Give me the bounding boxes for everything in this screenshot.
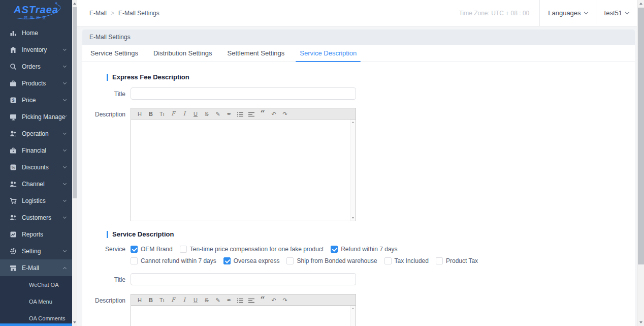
sidebar-item-products[interactable]: Products xyxy=(0,75,72,92)
checkbox-tax-included[interactable]: Tax Included xyxy=(384,257,429,264)
align-left-icon[interactable] xyxy=(246,294,257,306)
unordered-list-icon[interactable] xyxy=(235,294,246,306)
checkbox-checked-icon[interactable] xyxy=(223,257,231,264)
team-icon xyxy=(9,130,17,137)
checkbox-product-tax[interactable]: Product Tax xyxy=(436,257,478,264)
checkbox-unchecked-icon[interactable] xyxy=(384,257,392,264)
sidebar-item-setting[interactable]: Setting xyxy=(0,243,72,259)
bold-icon[interactable]: B xyxy=(145,294,156,306)
redo-icon[interactable]: ↷ xyxy=(279,294,291,306)
checkbox-unchecked-icon[interactable] xyxy=(436,257,443,264)
checkbox-oem-brand[interactable]: OEM Brand xyxy=(131,246,173,253)
chevron-down-icon xyxy=(63,198,67,202)
heading-icon[interactable]: H xyxy=(134,294,145,306)
sidebar-item-channel[interactable]: Channel xyxy=(0,175,72,192)
sidebar-item-discounts[interactable]: % Discounts xyxy=(0,159,72,175)
scroll-up-arrow-icon[interactable] xyxy=(73,3,76,5)
sidebar-item-orders[interactable]: Orders xyxy=(0,58,72,75)
text-height-icon[interactable]: Tı xyxy=(156,108,168,120)
sidebar-item-inventory[interactable]: Inventory xyxy=(0,41,72,58)
sidebar-subitem-wechat-oa[interactable]: WeChat OA xyxy=(0,276,72,293)
unordered-list-icon[interactable] xyxy=(235,108,246,120)
checkbox-unchecked-icon[interactable] xyxy=(131,257,138,264)
checkbox-refund-within-7-days[interactable]: Refund within 7 days xyxy=(331,246,397,253)
section-service-description-heading: Service Description xyxy=(107,230,635,238)
sidebar-item-financial[interactable]: Financial xyxy=(0,142,72,159)
heading-icon[interactable]: H xyxy=(134,108,145,120)
sidebar-item-label: Customers xyxy=(22,214,51,221)
undo-icon[interactable]: ↶ xyxy=(268,294,279,306)
checkbox-unchecked-icon[interactable] xyxy=(286,257,294,264)
scroll-down-arrow-icon[interactable] xyxy=(73,321,76,323)
title-label: Title xyxy=(82,273,125,285)
redo-icon[interactable]: ↷ xyxy=(279,108,291,120)
tab-settlement-settings[interactable]: Settlement Settings xyxy=(223,49,289,62)
languages-dropdown[interactable]: Languages xyxy=(539,0,595,26)
scroll-up-arrow-icon[interactable] xyxy=(352,122,354,123)
scroll-down-arrow-icon[interactable] xyxy=(639,321,642,323)
brush-icon[interactable]: ✒ xyxy=(223,294,235,306)
scroll-down-arrow-icon[interactable] xyxy=(352,217,354,219)
sidebar-item-logistics[interactable]: Logistics xyxy=(0,192,72,209)
sidebar-item-price[interactable]: $ Price xyxy=(0,92,72,108)
checkbox-ship-from-bonded-warehouse[interactable]: Ship from Bonded warehouse xyxy=(286,257,377,264)
align-left-icon[interactable] xyxy=(246,108,257,120)
content-area: E-Mall Settings Service Settings Distrib… xyxy=(77,26,637,326)
sidebar-item-label: Home xyxy=(22,29,38,37)
checkbox-checked-icon[interactable] xyxy=(331,246,338,253)
sidebar-item-operation[interactable]: Operation xyxy=(0,125,72,142)
tab-service-settings[interactable]: Service Settings xyxy=(86,49,142,62)
express-title-input[interactable] xyxy=(131,87,356,100)
italic-icon[interactable]: I xyxy=(179,108,190,120)
underline-icon[interactable]: U xyxy=(190,294,201,306)
checkbox-ten-time-compensation[interactable]: Ten-time price compensation for one fake… xyxy=(180,246,324,253)
page-scrollbar[interactable] xyxy=(637,0,644,326)
text-height-icon[interactable]: Tı xyxy=(156,294,168,306)
sidebar-item-home[interactable]: Home xyxy=(0,24,72,41)
sidebar-scrollbar[interactable] xyxy=(72,0,77,326)
editor-scrollbar[interactable] xyxy=(350,120,356,221)
checkbox-checked-icon[interactable] xyxy=(131,246,138,253)
sidebar-item-customers[interactable]: Customers xyxy=(0,209,72,226)
strikethrough-icon[interactable]: S xyxy=(201,108,212,120)
sidebar-item-reports[interactable]: Reports xyxy=(0,226,72,243)
checkbox-oversea-express[interactable]: Oversea express xyxy=(223,257,280,264)
active-submenu-item-partial[interactable] xyxy=(0,323,72,326)
svg-text:%: % xyxy=(11,165,15,170)
breadcrumb-section[interactable]: E-Mall xyxy=(89,10,107,17)
pencil-icon[interactable]: ✎ xyxy=(212,294,223,306)
service-description-textarea[interactable] xyxy=(131,306,356,326)
express-description-textarea[interactable] xyxy=(131,120,356,221)
sidebar-item-label: Operation xyxy=(22,130,49,137)
pencil-icon[interactable]: ✎ xyxy=(212,108,223,120)
scroll-up-arrow-icon[interactable] xyxy=(639,3,642,5)
sidebar-subitem-oa-menu[interactable]: OA Menu xyxy=(0,293,72,310)
underline-icon[interactable]: U xyxy=(190,108,201,120)
font-style-icon[interactable]: F xyxy=(168,294,179,306)
editor-scrollbar[interactable] xyxy=(350,306,356,326)
user-dropdown[interactable]: test51 xyxy=(596,0,637,26)
topbar-right: Time Zone: UTC + 08 : 00 Languages test5… xyxy=(459,0,637,26)
express-title-row: Title xyxy=(82,87,635,100)
strikethrough-icon[interactable]: S xyxy=(201,294,212,306)
service-title-input[interactable] xyxy=(131,273,356,285)
sidebar-item-picking-manage[interactable]: Picking Manage xyxy=(0,108,72,125)
bold-icon[interactable]: B xyxy=(145,108,156,120)
font-style-icon[interactable]: F xyxy=(168,108,179,120)
italic-icon[interactable]: I xyxy=(179,294,190,306)
logo[interactable]: ✦ ASTraea 阿斯米亚 xyxy=(0,0,72,24)
blockquote-icon[interactable]: “ xyxy=(257,293,268,307)
brush-icon[interactable]: ✒ xyxy=(223,108,235,120)
sidebar-scrollbar-thumb[interactable] xyxy=(73,7,77,198)
page-scrollbar-thumb[interactable] xyxy=(638,8,644,264)
card-header: E-Mall Settings xyxy=(82,29,635,45)
undo-icon[interactable]: ↶ xyxy=(268,108,279,120)
sidebar-item-e-mall[interactable]: E-Mall xyxy=(0,259,72,276)
tab-service-description[interactable]: Service Description xyxy=(296,49,361,62)
scroll-up-arrow-icon[interactable] xyxy=(352,308,354,309)
tab-distribution-settings[interactable]: Distribution Settings xyxy=(149,49,216,62)
checkbox-cannot-refund-within-7-days[interactable]: Cannot refund within 7 days xyxy=(131,257,216,264)
blockquote-icon[interactable]: “ xyxy=(257,107,268,121)
checkbox-unchecked-icon[interactable] xyxy=(180,246,187,253)
sidebar-item-label: Products xyxy=(22,80,46,87)
